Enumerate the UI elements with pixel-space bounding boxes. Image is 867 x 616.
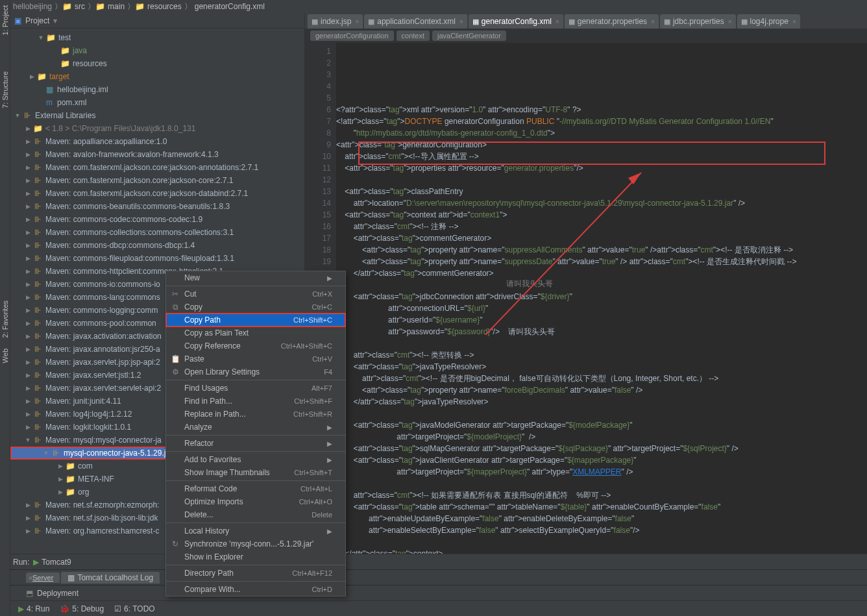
breadcrumb-item[interactable]: context [397,31,430,41]
code-line[interactable]: <attr">class="tag">classPathEntry [336,186,867,197]
breadcrumb-item[interactable]: generatorConfiguration [310,31,394,41]
server-tab-log[interactable]: ▦Tomcat Localhost Log [61,572,160,584]
code-line[interactable]: attr">targetProject="${mapperProject}" a… [336,466,867,478]
menu-item[interactable]: Refactor▶ [166,437,345,450]
left-tab-favorites[interactable]: 2: Favorites [0,295,10,343]
code-line[interactable]: attr">userId="${username}" [336,314,867,326]
code-line[interactable]: </attr">class="tag">javaTypeResolver> [336,396,867,408]
code-line[interactable]: </attr">class="tag">commentGenerator> [336,267,867,279]
code-line[interactable]: attr">connectionURL="${url}" [336,302,867,314]
code-line[interactable]: "http://mybatis.org/dtd/mybatis-generato… [336,127,867,139]
breadcrumb-part[interactable]: src [75,2,85,11]
tree-lib-item[interactable]: ▶⊪Maven: avalon-framework:avalon-framewo… [10,148,304,161]
code-line[interactable] [336,478,867,489]
editor-tab[interactable]: ▦generatorConfig.xml× [469,14,563,29]
menu-item[interactable]: Copy as Plain Text [166,326,345,339]
menu-item[interactable]: Copy PathCtrl+Shift+C [166,314,345,326]
tree-jdk[interactable]: ▶📁< 1.8 > C:\Program Files\Java\jdk1.8.0… [10,122,304,135]
code-line[interactable]: <!attr">class="tag">DOCTYPE generatorCon… [336,116,867,127]
code-line[interactable]: <attr">class="tag">generatorConfiguratio… [336,139,867,151]
breadcrumb-project[interactable]: hellobeijing [13,2,52,11]
code-line[interactable]: attr">class="cmt"><!-- 类型转换 --> [336,349,867,361]
bottom-tab-run[interactable]: ▶4: Run [13,603,55,615]
tree-lib-item[interactable]: ▶⊪Maven: commons-collections:commons-col… [10,226,304,239]
code-line[interactable]: <?attr">class="tag">xml attr">version="1… [336,104,867,116]
code-line[interactable] [336,408,867,419]
code-line[interactable]: <attr">class="tag">jdbcConnection attr">… [336,291,867,302]
menu-item[interactable]: Compare With...Ctrl+D [166,583,345,596]
menu-item[interactable]: Delete...Delete [166,508,345,521]
menu-item[interactable]: Show in Explorer [166,550,345,563]
tree-folder-java[interactable]: 📁java [10,44,304,57]
menu-item[interactable]: New▶ [166,271,345,284]
code-line[interactable]: <attr">class="tag">javaModelGenerator at… [336,419,867,431]
menu-item[interactable]: Show Image ThumbnailsCtrl+Shift+T [166,466,345,479]
tree-folder-target[interactable]: ▶📁target [10,70,304,83]
code-line[interactable]: attr">class="cmt"><!--导入属性配置 --> [336,151,867,162]
menu-item[interactable]: 📋PasteCtrl+V [166,352,345,365]
tree-lib-item[interactable]: ▶⊪Maven: commons-codec:commons-codec:1.9 [10,213,304,226]
tree-lib-item[interactable]: ▶⊪Maven: com.fasterxml.jackson.core:jack… [10,161,304,174]
editor-tab[interactable]: ▦log4j.prope× [737,14,800,29]
close-icon[interactable]: × [651,18,655,25]
code-line[interactable] [336,338,867,349]
code-line[interactable]: <attr">class="tag">property attr">name="… [336,244,867,256]
menu-item[interactable]: Local History▶ [166,524,345,537]
code-line[interactable]: attr">class="cmt"><!-- 是否使用bigDecimal， f… [336,373,867,384]
code-line[interactable]: attr">enableUpdateByExample="false" attr… [336,513,867,524]
tree-folder-resources[interactable]: 📁resources [10,57,304,70]
editor-tab[interactable]: ▦applicationContext.xml× [364,14,467,29]
code-line[interactable]: attr">class="cmt"><!-- 注释 --> [336,221,867,232]
left-tab-structure[interactable]: 7: Structure [0,66,10,114]
code-line[interactable]: <attr">class="tag">property attr">name="… [336,256,867,267]
code-line[interactable]: <attr">class="tag">sqlMapGenerator attr"… [336,443,867,454]
tree-file-pom[interactable]: mpom.xml [10,96,304,109]
menu-item[interactable]: ⚙Open Library SettingsF4 [166,365,345,378]
tree-lib-item[interactable]: ▶⊪Maven: commons-beanutils:commons-beanu… [10,200,304,213]
menu-item[interactable]: ⧉CopyCtrl+C [166,301,345,314]
menu-item[interactable]: ✂CutCtrl+X [166,288,345,301]
code-line[interactable]: <attr">class="tag">commentGenerator> [336,232,867,244]
breadcrumb-part[interactable]: main [108,2,125,11]
left-tab-web[interactable]: Web [0,343,10,368]
tree-folder-test[interactable]: ▼📁test [10,31,304,44]
close-icon[interactable]: × [792,18,796,25]
left-tab-project[interactable]: 1: Project [0,0,10,40]
code-line[interactable]: <attr">class="tag">properties attr">reso… [336,162,867,174]
code-line[interactable]: </attr">class="tag">context> [336,548,867,554]
tree-lib-item[interactable]: ▶⊪Maven: com.fasterxml.jackson.core:jack… [10,187,304,200]
bottom-tab-todo[interactable]: ☑6: TODO [109,603,160,615]
menu-item[interactable]: Add to Favorites▶ [166,453,345,466]
code-line[interactable]: <attr">class="tag">javaTypeResolver> [336,361,867,373]
code-line[interactable]: attr">class="cmt"><!-- 如果需要通配所有表 直接用sql的… [336,489,867,501]
code-line[interactable] [336,536,867,548]
menu-item[interactable]: Find in Path...Ctrl+Shift+F [166,395,345,408]
editor-tab[interactable]: ▦index.jsp× [308,14,363,29]
code-line[interactable]: attr">password="${password}"/> 请叫我头头哥 [336,326,867,338]
close-icon[interactable]: × [355,18,359,25]
menu-item[interactable]: Copy ReferenceCtrl+Alt+Shift+C [166,339,345,352]
code-line[interactable] [336,174,867,186]
code-line[interactable]: <attr">class="tag">table attr">schema=""… [336,501,867,513]
tree-lib-item[interactable]: ▶⊪Maven: commons-dbcp:commons-dbcp:1.4 [10,239,304,252]
menu-item[interactable]: Directory PathCtrl+Alt+F12 [166,567,345,580]
menu-item[interactable]: Find UsagesAlt+F7 [166,382,345,395]
breadcrumb-part[interactable]: resources [147,2,182,11]
code-line[interactable] [336,279,867,291]
tree-lib-item[interactable]: ▶⊪Maven: aopalliance:aopalliance:1.0 [10,135,304,148]
code-editor[interactable]: 12345678910111213141516171819 请叫我头头哥 <?a… [305,43,867,554]
menu-item[interactable]: ↻Synchronize 'mysql-conn...-5.1.29.jar' [166,537,345,550]
menu-item[interactable]: Reformat CodeCtrl+Alt+L [166,482,345,495]
close-icon[interactable]: × [556,18,559,25]
bottom-tab-debug[interactable]: 🐞5: Debug [55,603,109,615]
tree-external-libraries[interactable]: ▼⊪External Libraries [10,109,304,122]
tree-lib-item[interactable]: ▶⊪Maven: com.fasterxml.jackson.core:jack… [10,174,304,187]
editor-tab[interactable]: ▦generator.properties× [565,14,659,29]
breadcrumb-file[interactable]: generatorConfig.xml [195,2,265,11]
menu-item[interactable]: Replace in Path...Ctrl+Shift+R [166,408,345,421]
menu-item[interactable]: Optimize ImportsCtrl+Alt+O [166,495,345,508]
code-line[interactable]: <attr">class="tag">property attr">name="… [336,384,867,396]
code-line[interactable]: attr">enableSelectByExample="false" attr… [336,524,867,536]
run-config-name[interactable]: Tomcat9 [42,558,71,567]
close-icon[interactable]: × [728,18,732,25]
